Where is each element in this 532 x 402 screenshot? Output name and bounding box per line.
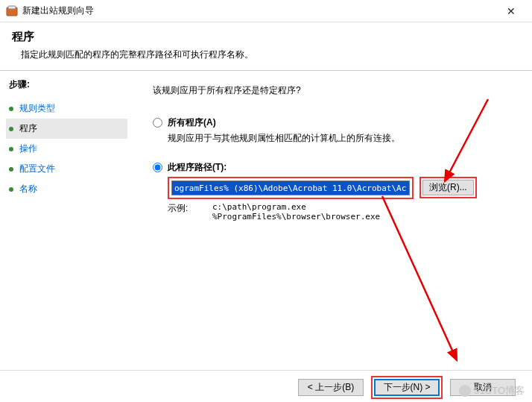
watermark-icon [459, 385, 471, 397]
step-label: 操作 [19, 142, 37, 155]
step-profile[interactable]: 配置文件 [9, 159, 127, 179]
example-paths: c:\path\program.exe %ProgramFiles%\brows… [212, 202, 380, 222]
wizard-header: 程序 指定此规则匹配的程序的完整程序路径和可执行程序名称。 [0, 22, 532, 70]
step-label: 名称 [19, 183, 37, 195]
watermark-text: 51CTO博客 [474, 384, 525, 398]
this-path-radio[interactable] [153, 163, 162, 172]
this-path-label: 此程序路径(T): [168, 161, 227, 174]
wizard-body: 步骤: 规则类型 程序 操作 配置文件 名称 该规则应用于所有程序还是特定程序?… [0, 71, 532, 370]
step-action[interactable]: 操作 [9, 139, 127, 159]
bullet-icon [9, 107, 13, 111]
bullet-icon [9, 187, 13, 192]
step-label: 程序 [19, 122, 37, 135]
page-title: 程序 [12, 30, 520, 44]
back-button[interactable]: < 上一步(B) [298, 379, 364, 396]
this-path-option[interactable]: 此程序路径(T): [153, 161, 516, 174]
all-programs-label: 所有程序(A) [168, 116, 216, 129]
page-subtitle: 指定此规则匹配的程序的完整程序路径和可执行程序名称。 [12, 48, 520, 61]
bullet-icon [9, 127, 13, 131]
step-name[interactable]: 名称 [9, 179, 127, 199]
example-row: 示例: c:\path\program.exe %ProgramFiles%\b… [168, 202, 516, 222]
step-label: 配置文件 [19, 163, 55, 175]
bullet-icon [9, 147, 13, 151]
program-path-input[interactable] [171, 180, 410, 195]
steps-label: 步骤: [9, 78, 127, 91]
browse-button[interactable]: 浏览(R)... [422, 180, 474, 195]
all-programs-desc: 规则应用于与其他规则属性相匹配的计算机上的所有连接。 [168, 132, 516, 145]
next-highlight-box: 下一步(N) > [371, 376, 443, 399]
main-panel: 该规则应用于所有程序还是特定程序? 所有程序(A) 规则应用于与其他规则属性相匹… [130, 71, 532, 370]
step-rule-type[interactable]: 规则类型 [9, 98, 127, 119]
close-button[interactable]: ✕ [496, 1, 526, 22]
path-highlight-box [168, 177, 414, 199]
step-program[interactable]: 程序 [6, 119, 127, 139]
all-programs-option[interactable]: 所有程序(A) [153, 116, 516, 129]
watermark: 51CTO博客 [459, 384, 525, 398]
bullet-icon [9, 167, 13, 172]
browse-highlight-box: 浏览(R)... [419, 177, 477, 198]
all-programs-radio[interactable] [153, 118, 162, 128]
prompt-text: 该规则应用于所有程序还是特定程序? [153, 84, 516, 97]
step-label: 规则类型 [19, 102, 55, 115]
titlebar: 新建出站规则向导 ✕ [0, 0, 532, 22]
path-row: 浏览(R)... [168, 177, 516, 199]
example-label: 示例: [168, 202, 212, 222]
wizard-footer: < 上一步(B) 下一步(N) > 取消 [0, 370, 532, 402]
svg-rect-1 [8, 6, 16, 9]
next-button[interactable]: 下一步(N) > [374, 379, 440, 396]
window-title: 新建出站规则向导 [22, 4, 496, 17]
app-icon [6, 5, 18, 17]
steps-sidebar: 步骤: 规则类型 程序 操作 配置文件 名称 [0, 71, 130, 370]
